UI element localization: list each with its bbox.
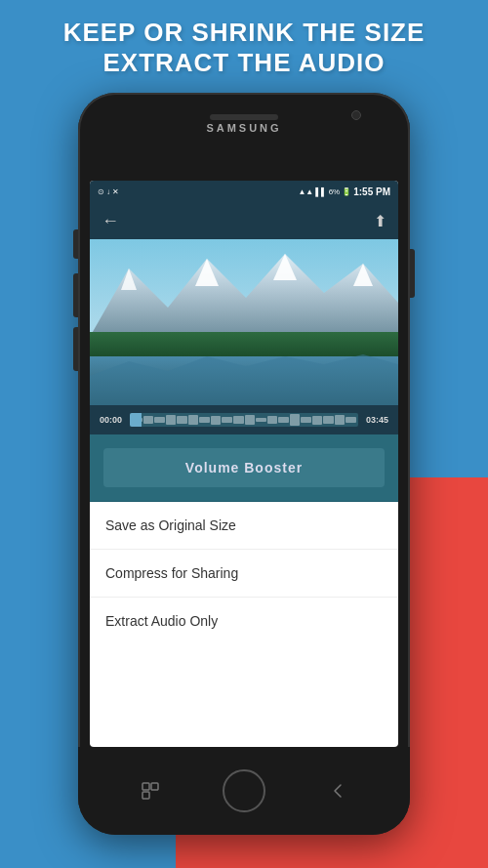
waveform-bars [130, 413, 358, 427]
video-thumbnail [90, 239, 398, 405]
wbar [301, 417, 311, 423]
back-button[interactable]: ← [102, 211, 119, 231]
wbar [154, 417, 165, 423]
svg-rect-9 [142, 783, 149, 790]
power-button[interactable] [410, 249, 415, 298]
wbar [323, 416, 334, 423]
landscape-svg [90, 239, 398, 405]
speaker-grille [210, 114, 278, 120]
home-button[interactable] [223, 769, 265, 812]
phone-top-bezel: SAMSUNG [78, 93, 410, 142]
options-dropdown: Save as Original Size Compress for Shari… [90, 502, 398, 644]
wbar [188, 415, 199, 425]
notification-icon-2: ↓ [106, 187, 110, 196]
battery-percent: 6% [329, 187, 341, 196]
timeline-bar[interactable]: 00:00 [90, 405, 398, 434]
battery-icon: 🔋 [342, 187, 351, 196]
wbar [245, 415, 256, 425]
svg-rect-11 [142, 792, 149, 799]
svg-rect-6 [90, 332, 398, 359]
share-button[interactable]: ⬆ [374, 212, 386, 230]
headline: KEEP OR SHRINK THE SIZE EXTRACT THE AUDI… [0, 18, 488, 78]
status-right-icons: ▲▲ ▌▌ 6% 🔋 1:55 PM [298, 186, 390, 197]
front-camera [351, 110, 361, 120]
volume-booster-section: Volume Booster [90, 434, 398, 502]
menu-item-extract-audio[interactable]: Extract Audio Only [90, 598, 398, 644]
wifi-icon: ▲▲ [298, 187, 313, 196]
wbar [256, 418, 266, 423]
video-preview [90, 239, 398, 405]
phone-frame: SAMSUNG ⊙ ↓ ✕ ▲▲ ▌▌ 6% 🔋 1:55 PM ← ⬆ [78, 93, 410, 835]
app-header: ← ⬆ [90, 202, 398, 239]
wbar [177, 416, 187, 423]
wbar [199, 417, 210, 422]
status-left-icons: ⊙ ↓ ✕ [98, 187, 119, 196]
waveform[interactable] [130, 413, 358, 427]
wbar [335, 415, 346, 425]
bixby-button[interactable] [73, 327, 78, 371]
brand-label: SAMSUNG [206, 122, 281, 134]
wbar [233, 416, 244, 424]
wbar [211, 416, 222, 425]
wbar [267, 416, 278, 424]
volume-down-button[interactable] [73, 273, 78, 317]
volume-booster-button[interactable]: Volume Booster [103, 448, 385, 487]
time-start: 00:00 [100, 415, 122, 425]
back-nav-button[interactable] [323, 776, 352, 806]
headline-line2: EXTRACT THE AUDIO [102, 48, 385, 77]
wbar [166, 415, 177, 426]
status-bar: ⊙ ↓ ✕ ▲▲ ▌▌ 6% 🔋 1:55 PM [90, 181, 398, 202]
wbar [278, 417, 289, 424]
phone-screen: ⊙ ↓ ✕ ▲▲ ▌▌ 6% 🔋 1:55 PM ← ⬆ [90, 181, 398, 747]
signal-icon: ▌▌ [315, 187, 326, 196]
volume-up-button[interactable] [73, 229, 78, 259]
waveform-progress [130, 413, 142, 427]
wbar [346, 417, 356, 422]
menu-item-compress[interactable]: Compress for Sharing [90, 550, 398, 598]
svg-rect-10 [151, 783, 158, 790]
phone-bottom-nav [78, 747, 410, 835]
wbar [312, 416, 323, 425]
wbar [290, 414, 301, 425]
notification-icon-1: ⊙ [98, 187, 104, 196]
menu-item-save-original[interactable]: Save as Original Size [90, 502, 398, 550]
time-end: 03:45 [366, 415, 388, 425]
recent-apps-button[interactable] [136, 776, 165, 806]
wbar [143, 416, 154, 424]
headline-line1: KEEP OR SHRINK THE SIZE [63, 18, 426, 47]
status-time: 1:55 PM [353, 186, 390, 197]
wbar [222, 417, 232, 424]
notification-icon-3: ✕ [112, 187, 119, 196]
